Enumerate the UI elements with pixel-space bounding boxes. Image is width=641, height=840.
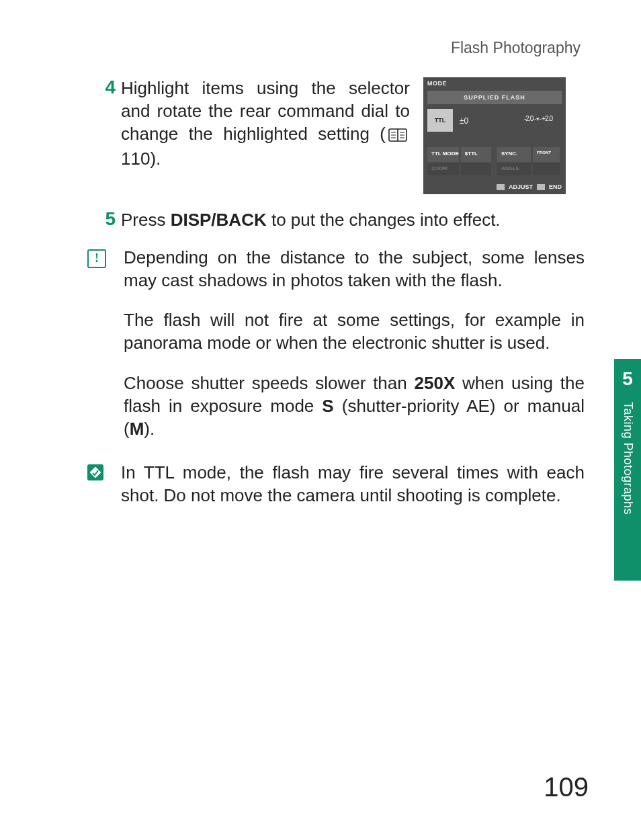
svg-rect-8	[90, 467, 101, 478]
scale-right: +2.0	[542, 115, 552, 122]
caution-p3-b1: 250X	[415, 373, 456, 393]
tip-text: In TTL mode, the flash may fire several …	[121, 462, 585, 525]
end-icon	[537, 184, 545, 190]
lcd-angle-value	[533, 163, 560, 175]
caution-icon: !	[87, 249, 106, 268]
lcd-end: END	[549, 183, 562, 190]
camera-lcd-screenshot: MODE SUPPLIED FLASH TTL ±0 -2.0···▾···+2…	[423, 77, 566, 194]
step-text: Press DISP/BACK to put the changes into …	[121, 209, 585, 232]
lcd-adjust: ADJUST	[509, 183, 533, 190]
caution-text: Depending on the distance to the subject…	[124, 247, 585, 458]
lcd-angle-label: ANGLE	[497, 163, 531, 175]
lcd-ttl-mode-value: $TTL	[461, 147, 491, 162]
manual-page: Flash Photography 4 Highlight items usin…	[0, 0, 641, 840]
lcd-row-ttlmode: TTL MODE $TTL SYNC. FRONT	[427, 147, 562, 162]
tip-note: In TTL mode, the flash may fire several …	[87, 462, 585, 525]
adjust-icon	[497, 184, 505, 190]
step5-prefix: Press	[121, 210, 171, 230]
caution-p2: The flash will not fire at some settings…	[124, 309, 585, 355]
caution-p3-a: Choose shutter speeds slower than	[124, 373, 415, 393]
tip-p1: In TTL mode, the flash may fire several …	[121, 462, 585, 507]
step-number: 4	[87, 77, 121, 194]
caution-p3-b2: S	[322, 396, 333, 416]
page-number: 109	[544, 772, 589, 802]
lcd-ttl-chip: TTL	[427, 109, 453, 132]
lcd-supplied-flash: SUPPLIED FLASH	[427, 91, 562, 104]
caution-p3-e: ).	[144, 419, 155, 439]
page-ref-icon	[388, 126, 407, 149]
step-5: 5 Press DISP/BACK to put the changes int…	[87, 209, 585, 232]
lcd-sync-label: SYNC.	[497, 147, 531, 162]
step5-key: DISP/BACK	[171, 210, 267, 230]
step5-suffix: to put the changes into effect.	[267, 210, 501, 230]
lcd-zoom-label: ZOOM	[427, 163, 459, 175]
chapter-number: 5	[614, 359, 641, 390]
scale-left: -2.0	[524, 115, 533, 122]
lcd-exposure-scale: -2.0···▾···+2.0	[524, 115, 552, 122]
caution-p3-b3: M	[130, 419, 144, 439]
caution-note: ! Depending on the distance to the subje…	[87, 247, 585, 458]
step-text: Highlight items using the se­lector and …	[121, 77, 410, 194]
lcd-mode-label: MODE	[427, 80, 447, 87]
step-4: 4 Highlight items using the se­lector an…	[87, 77, 585, 194]
lcd-row-zoom: ZOOM ANGLE	[427, 163, 562, 175]
lcd-zoom-value	[461, 163, 491, 175]
step-number: 5	[87, 209, 121, 232]
section-header: Flash Photography	[87, 39, 585, 57]
lcd-ttl-mode-label: TTL MODE	[427, 147, 459, 162]
chapter-label: Taking Photographs	[621, 402, 635, 515]
caution-p3: Choose shutter speeds slower than 250X w…	[124, 372, 585, 440]
caution-p1: Depending on the distance to the subject…	[124, 247, 585, 292]
chapter-tab: 5 Taking Photographs	[614, 359, 641, 581]
step4-text-before: Highlight items using the se­lector and …	[121, 78, 410, 144]
tip-icon	[87, 464, 103, 480]
content-area: Flash Photography 4 Highlight items usin…	[87, 39, 585, 525]
scale-ticks: ···▾···	[533, 116, 542, 122]
step4-page-ref: 110).	[121, 149, 161, 169]
lcd-sync-value: FRONT	[533, 147, 560, 162]
lcd-footer: ADJUST END	[427, 182, 562, 192]
lcd-exposure-value: ±0	[460, 116, 468, 126]
